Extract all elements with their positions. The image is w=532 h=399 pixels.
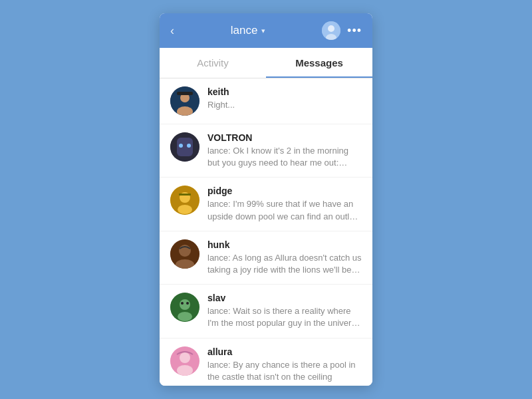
tabs: Activity Messages [160, 48, 372, 78]
svg-point-13 [178, 205, 192, 214]
message-preview: lance: I'm 99% sure that if we have an u… [207, 198, 362, 222]
tab-messages[interactable]: Messages [266, 48, 372, 78]
svg-rect-8 [177, 138, 193, 156]
phone-container: ‹ lance ▾ ••• Activity Messages [160, 13, 372, 386]
message-name: keith [207, 86, 362, 97]
message-content: keithRight... [207, 86, 362, 111]
message-content: pidgelance: I'm 99% sure that if we have… [207, 186, 362, 222]
messages-list: keithRight...VOLTRONlance: Ok I know it'… [160, 78, 372, 386]
message-name: hunk [207, 239, 362, 250]
svg-rect-14 [179, 194, 191, 196]
message-item[interactable]: pidgelance: I'm 99% sure that if we have… [160, 178, 372, 231]
message-name: pidge [207, 186, 362, 196]
back-button[interactable]: ‹ [170, 24, 174, 38]
message-item[interactable]: alluralance: By any chance is there a po… [160, 338, 372, 386]
svg-point-19 [180, 299, 190, 310]
svg-point-22 [186, 302, 189, 305]
message-name: slav [207, 293, 362, 303]
avatar [170, 346, 200, 376]
message-name: allura [207, 346, 362, 357]
avatar [170, 293, 200, 322]
message-content: VOLTRONlance: Ok I know it's 2 in the mo… [207, 132, 362, 169]
svg-point-20 [178, 312, 192, 321]
svg-point-1 [328, 25, 334, 32]
message-content: hunklance: As long as Allura doesn't cat… [207, 239, 362, 276]
svg-point-24 [180, 352, 190, 363]
message-item[interactable]: hunklance: As long as Allura doesn't cat… [160, 231, 372, 285]
message-content: alluralance: By any chance is there a po… [207, 346, 362, 383]
message-preview: lance: As long as Allura doesn't catch u… [207, 252, 362, 276]
svg-point-9 [179, 144, 183, 148]
message-preview: Right... [207, 99, 362, 111]
header-right: ••• [322, 21, 362, 40]
more-options-icon[interactable]: ••• [347, 24, 362, 38]
message-preview: lance: Ok I know it's 2 in the morning b… [207, 145, 362, 169]
svg-point-10 [187, 144, 191, 148]
header-title: lance [231, 24, 258, 37]
message-preview: lance: Wait so is there a reality where … [207, 305, 362, 329]
message-preview: lance: By any chance is there a pool in … [207, 359, 362, 383]
svg-point-21 [181, 302, 184, 305]
avatar [170, 132, 200, 162]
header: ‹ lance ▾ ••• [160, 13, 372, 48]
avatar [170, 86, 200, 116]
header-center: lance ▾ [231, 24, 266, 37]
avatar [170, 186, 200, 215]
message-item[interactable]: keithRight... [160, 78, 372, 124]
dropdown-icon[interactable]: ▾ [261, 27, 265, 35]
tab-activity[interactable]: Activity [160, 48, 266, 78]
message-name: VOLTRON [207, 132, 362, 143]
svg-point-25 [177, 365, 193, 376]
message-item[interactable]: VOLTRONlance: Ok I know it's 2 in the mo… [160, 124, 372, 178]
avatar [322, 21, 340, 40]
avatar [170, 239, 200, 269]
svg-rect-6 [177, 92, 193, 95]
message-item[interactable]: slavlance: Wait so is there a reality wh… [160, 285, 372, 338]
message-content: slavlance: Wait so is there a reality wh… [207, 293, 362, 329]
